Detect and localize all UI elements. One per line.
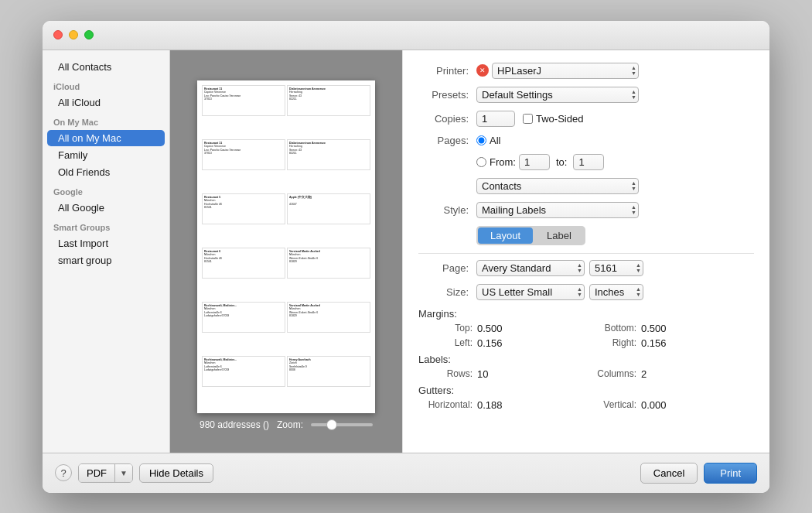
page-controls: Avery Standard ▲▼ 5161 ▲▼ [476, 260, 643, 276]
copies-label: Copies: [418, 113, 469, 125]
labels-grid: Rows: 10 Columns: 2 [426, 368, 754, 380]
sidebar-item-family[interactable]: Family [47, 147, 165, 163]
sidebar-item-all-on-my-mac[interactable]: All on My Mac [47, 130, 165, 146]
pages-from-row: From: to: [418, 154, 754, 170]
contacts-row: Contacts ▲▼ [418, 178, 754, 194]
page-number-select[interactable]: 5161 [589, 260, 643, 276]
presets-row: Presets: Default Settings ▲▼ [418, 87, 754, 103]
presets-select[interactable]: Default Settings [476, 87, 639, 103]
style-select[interactable]: Mailing Labels [476, 202, 639, 218]
label-cell: Restaurant 11Caprice VeroneseLeo: Pancho… [202, 139, 285, 170]
presets-select-wrapper: Default Settings ▲▼ [476, 87, 639, 103]
gutters-label: Gutters: [418, 385, 454, 396]
close-button[interactable] [53, 30, 63, 39]
page-row: Page: Avery Standard ▲▼ 5161 ▲ [418, 260, 754, 276]
label-cell: Vorstand Martin AscherlMünchenWerner-Eck… [287, 248, 370, 279]
margin-left-label: Left: [426, 337, 473, 348]
gutters-section: Gutters: Horizontal: 0.188 Vertical: 0.0… [418, 385, 754, 411]
hide-details-button[interactable]: Hide Details [139, 463, 213, 483]
label-cell: Restaurant 5MünchenHochstraße 4681541 [202, 193, 285, 224]
columns-row: Columns: 2 [590, 368, 754, 380]
copies-controls: Two-Sided [476, 111, 583, 127]
size-select-wrapper: US Letter Small ▲▼ [476, 284, 585, 300]
cancel-button[interactable]: Cancel [640, 463, 698, 484]
sidebar-item-all-google[interactable]: All Google [47, 200, 165, 216]
pages-row: Pages: All [418, 135, 754, 146]
preview-footer: 980 addresses () Zoom: [178, 419, 394, 430]
print-button[interactable]: Print [704, 463, 757, 484]
pages-to-input[interactable] [573, 154, 604, 170]
vertical-row: Vertical: 0.000 [590, 399, 754, 411]
pages-from-input[interactable] [519, 154, 550, 170]
help-button[interactable]: ? [55, 464, 72, 481]
pages-from-to: From: to: [476, 154, 604, 170]
pages-from-radio[interactable] [476, 157, 486, 167]
style-label: Style: [418, 204, 469, 216]
printer-label: Printer: [418, 65, 469, 77]
label-cell: Honey AuerbachZürichSeefelstraße 98008 [287, 356, 370, 387]
size-row: Size: US Letter Small ▲▼ Inches [418, 284, 754, 300]
contacts-select[interactable]: Contacts [476, 178, 639, 194]
margin-bottom-value: 0.500 [641, 323, 667, 334]
layout-label-tabs: Layout Label [476, 226, 585, 245]
sidebar-item-last-import[interactable]: Last Import [47, 235, 165, 251]
labels-section: Labels: Rows: 10 Columns: 2 [418, 354, 754, 380]
rows-value: 10 [477, 368, 488, 380]
pages-from-radio-label: From: [476, 156, 516, 168]
label-cell: Diabeteszentrum AmmerseeHerrschingSeeon:… [287, 139, 370, 170]
page-select[interactable]: Avery Standard [476, 260, 585, 276]
margin-left-value: 0.156 [477, 337, 503, 349]
sidebar-item-smart-group[interactable]: smart group [47, 252, 165, 268]
labels-label: Labels: [418, 354, 451, 365]
pdf-arrow-button[interactable]: ▼ [115, 464, 132, 482]
margins-section: Margins: Top: 0.500 Bottom: 0.500 Left: [418, 308, 754, 349]
label-cell: Restaurant 11Caprice VeroneseLeo: Pancho… [202, 85, 285, 116]
pdf-main-button[interactable]: PDF [79, 464, 115, 482]
two-sided-checkbox[interactable] [523, 114, 533, 124]
margins-grid: Top: 0.500 Bottom: 0.500 Left: 0.156 R [426, 323, 754, 349]
margin-bottom-label: Bottom: [590, 323, 636, 333]
address-count: 980 addresses () [200, 419, 269, 430]
sidebar-item-all-icloud[interactable]: All iCloud [47, 94, 165, 111]
page-label: Page: [418, 262, 469, 274]
pdf-button-group: PDF ▼ [78, 463, 133, 483]
style-select-wrapper: Mailing Labels ▲▼ [476, 202, 639, 218]
tab-layout[interactable]: Layout [478, 227, 533, 244]
style-row: Style: Mailing Labels ▲▼ [418, 202, 754, 218]
label-cell: Apple (中文大陸)41647 [287, 193, 370, 224]
zoom-label: Zoom: [277, 419, 303, 430]
pages-all-label: All [476, 135, 500, 146]
label-cell: Rechtsanwalt, Mediator...MünchenLutherst… [202, 356, 285, 387]
page-number-select-wrapper: 5161 ▲▼ [589, 260, 643, 276]
printer-select[interactable]: HPLaserJ [492, 63, 639, 79]
pages-all-radio[interactable] [476, 135, 486, 145]
divider [418, 253, 754, 254]
size-label: Size: [418, 286, 469, 298]
margin-top-value: 0.500 [477, 323, 503, 334]
maximize-button[interactable] [84, 30, 94, 39]
vertical-label: Vertical: [590, 399, 636, 410]
minimize-button[interactable] [69, 30, 78, 39]
settings-panel: Printer: ✕ HPLaserJ ▲▼ Presets: [402, 50, 769, 453]
size-select[interactable]: US Letter Small [476, 284, 585, 300]
margin-top-label: Top: [426, 323, 473, 333]
copies-input[interactable] [476, 111, 515, 127]
pages-label: Pages: [418, 135, 469, 146]
rows-row: Rows: 10 [426, 368, 590, 380]
margin-top-row: Top: 0.500 [426, 323, 590, 334]
sidebar-item-all-contacts[interactable]: All Contacts [47, 59, 165, 75]
sidebar-section-google: Google [43, 181, 169, 199]
size-controls: US Letter Small ▲▼ Inches ▲▼ [476, 284, 643, 300]
main-content: All Contacts iCloud All iCloud On My Mac… [43, 50, 769, 453]
zoom-slider[interactable] [311, 423, 373, 426]
tab-label[interactable]: Label [534, 227, 584, 244]
preview-page: Restaurant 11Caprice VeroneseLeo: Pancho… [197, 80, 375, 413]
sidebar-item-old-friends[interactable]: Old Friends [47, 164, 165, 180]
sidebar-section-icloud: iCloud [43, 76, 169, 94]
contacts-select-wrapper: Contacts ▲▼ [476, 178, 639, 194]
label-cell: Restaurant 6MünchenHochstraße 4681541 [202, 248, 285, 279]
label-cell: Vorstand Martin AscherlMünchenWerner-Eck… [287, 302, 370, 333]
title-bar [43, 21, 769, 50]
margin-right-row: Right: 0.156 [590, 337, 754, 349]
size-unit-select[interactable]: Inches [589, 284, 643, 300]
